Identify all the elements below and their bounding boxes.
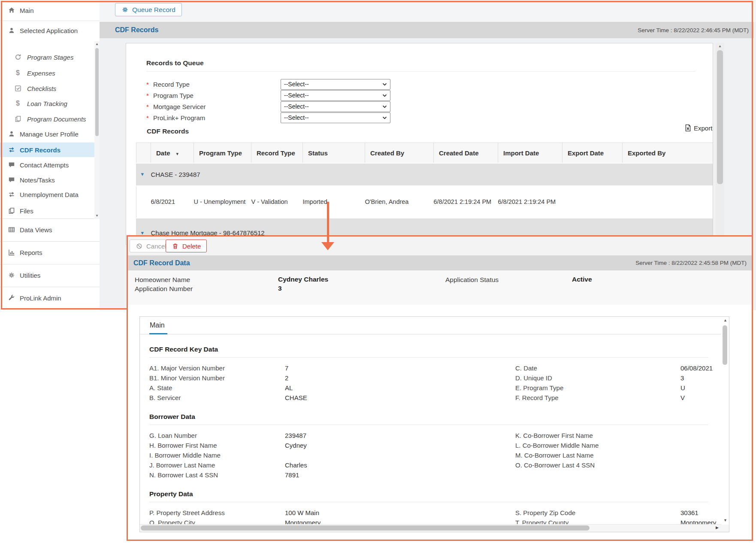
program-type-select[interactable]: --Select-- bbox=[281, 90, 390, 101]
scroll-right-icon[interactable]: ▶ bbox=[716, 526, 719, 530]
column-header-created-date[interactable]: Created Date bbox=[434, 143, 498, 164]
scroll-up-icon[interactable]: ▲ bbox=[718, 45, 722, 48]
column-header-import-date[interactable]: Import Date bbox=[498, 143, 562, 164]
cell-created-by: O'Brien, Andrea bbox=[365, 186, 434, 218]
sidebar-item-label: Unemployment Data bbox=[20, 191, 79, 198]
sidebar-item-program-documents[interactable]: Program Documents bbox=[0, 112, 109, 126]
sidebar-scrollbar-thumb[interactable] bbox=[95, 48, 99, 136]
detail-row: B1. Minor Version Number2 D. Unique ID3 bbox=[140, 373, 721, 383]
sidebar-item-cdf-records[interactable]: CDF Records bbox=[0, 143, 99, 157]
sidebar-item-label: Manage User Profile bbox=[20, 130, 79, 138]
form-row: * Program Type --Select-- bbox=[146, 90, 713, 101]
cell-status: Imported bbox=[303, 186, 365, 218]
tab-main[interactable]: Main bbox=[149, 322, 167, 334]
group-expander[interactable]: ▾ bbox=[136, 163, 151, 186]
field-label: Mortgage Servicer bbox=[153, 103, 281, 110]
detail-row: A. StateAL E. Program TypeU bbox=[140, 383, 721, 393]
chevron-down-icon bbox=[382, 105, 387, 108]
column-header-created-by[interactable]: Created By bbox=[365, 143, 434, 164]
column-header-program-type[interactable]: Program Type bbox=[194, 143, 251, 164]
content-scrollbar[interactable]: ▲ bbox=[716, 43, 724, 235]
sidebar-item-main[interactable]: Main bbox=[0, 3, 102, 18]
sidebar-item-label: Files bbox=[20, 207, 33, 215]
field-value: 7 bbox=[285, 364, 515, 372]
sidebar-item-reports[interactable]: Reports bbox=[0, 245, 102, 260]
cell-import-date: 6/8/2021 2:19:24 PM bbox=[498, 186, 562, 218]
sidebar-item-unemployment-data[interactable]: Unemployment Data bbox=[0, 187, 102, 202]
sidebar-item-selected-application[interactable]: Selected Application bbox=[0, 23, 102, 38]
content-scrollbar-thumb[interactable] bbox=[717, 50, 723, 184]
sidebar-item-checklists[interactable]: Checklists bbox=[0, 81, 109, 96]
sidebar-item-files[interactable]: Files bbox=[0, 203, 102, 218]
homeowner-name-value: Cydney Charles bbox=[278, 276, 328, 283]
expander-column-header bbox=[136, 143, 151, 164]
sidebar-item-loan-tracking[interactable]: $ Loan Tracking bbox=[0, 96, 109, 111]
select-value: --Select-- bbox=[284, 103, 309, 110]
delete-label: Delete bbox=[182, 243, 201, 250]
sidebar-item-manage-user-profile[interactable]: Manage User Profile bbox=[0, 127, 102, 141]
scroll-up-icon[interactable]: ▲ bbox=[723, 319, 727, 322]
field-label: G. Loan Number bbox=[149, 432, 285, 439]
table-row[interactable]: 6/8/2021 U - Unemployment V - Validation… bbox=[136, 186, 714, 218]
homeowner-name-label: Homeowner Name bbox=[135, 276, 190, 284]
user-icon bbox=[8, 27, 15, 34]
home-icon bbox=[8, 7, 15, 14]
server-time: Server Time : 8/22/2022 2:45:58 PM (MDT) bbox=[635, 260, 747, 266]
column-header-date[interactable]: Date▾ bbox=[151, 143, 194, 164]
scroll-down-icon[interactable]: ▼ bbox=[95, 214, 99, 218]
form-row: * ProLink+ Program --Select-- bbox=[146, 112, 713, 123]
field-label: Record Type bbox=[153, 81, 281, 88]
top-toolbar-strip bbox=[100, 0, 756, 22]
record-type-select[interactable]: --Select-- bbox=[281, 79, 390, 90]
required-asterisk: * bbox=[146, 81, 151, 88]
sidebar-item-notes-tasks[interactable]: Notes/Tasks bbox=[0, 173, 102, 187]
detail-row: B. ServicerCHASE F. Record TypeV bbox=[140, 393, 721, 403]
field-value: Charles bbox=[285, 461, 515, 469]
sidebar-item-prolink-admin[interactable]: ProLink Admin bbox=[0, 291, 102, 305]
chevron-down-icon bbox=[382, 116, 387, 119]
trash-icon bbox=[172, 243, 179, 250]
sidebar-item-utilities[interactable]: Utilities bbox=[0, 268, 102, 282]
export-button[interactable]: Export bbox=[684, 124, 712, 132]
detail-horizontal-scrollbar[interactable]: ▶ bbox=[140, 524, 721, 532]
column-header-record-type[interactable]: Record Type bbox=[251, 143, 303, 164]
field-value: Cydney bbox=[285, 442, 515, 449]
sidebar-item-label: Loan Tracking bbox=[27, 100, 67, 107]
detail-scrollbar-thumb[interactable] bbox=[723, 325, 727, 365]
table-header-row: Date▾ Program Type Record Type Status Cr… bbox=[136, 143, 714, 164]
sidebar-scrollbar[interactable]: ▲ ▼ bbox=[94, 41, 100, 219]
prolink-program-select[interactable]: --Select-- bbox=[281, 112, 390, 123]
sync-icon bbox=[14, 54, 21, 61]
sidebar-item-contact-attempts[interactable]: Contact Attempts bbox=[0, 158, 102, 172]
sidebar-item-expenses[interactable]: $ Expenses bbox=[0, 66, 109, 80]
queue-record-button[interactable]: Queue Record bbox=[115, 3, 182, 16]
field-value: AL bbox=[285, 384, 515, 391]
delete-button[interactable]: Delete bbox=[166, 240, 207, 252]
sidebar-item-label: CDF Records bbox=[20, 146, 60, 154]
field-label: N. Borrower Last 4 SSN bbox=[149, 471, 285, 479]
column-header-status[interactable]: Status bbox=[303, 143, 365, 164]
scroll-up-icon[interactable]: ▲ bbox=[95, 42, 99, 46]
documents-icon bbox=[14, 115, 21, 123]
records-to-queue-form: * Record Type --Select-- * Program Type … bbox=[146, 79, 713, 123]
sidebar-item-label: Selected Application bbox=[20, 27, 78, 34]
select-value: --Select-- bbox=[284, 92, 309, 99]
field-label: D. Unique ID bbox=[515, 374, 680, 382]
field-label: I. Borrower Middle Name bbox=[149, 452, 285, 459]
dollar-icon: $ bbox=[14, 100, 21, 107]
cdf-record-data-panel: Cancel Delete CDF Record Data Server Tim… bbox=[127, 235, 753, 541]
cell-date: 6/8/2021 bbox=[151, 186, 194, 218]
section-rows: G. Loan Number239487 K. Co-Borrower Firs… bbox=[140, 431, 721, 480]
cdf-records-header-bar: CDF Records Server Time : 8/22/2022 2:46… bbox=[100, 22, 754, 38]
column-header-exported-by[interactable]: Exported By bbox=[623, 143, 714, 164]
detail-horizontal-scrollbar-thumb[interactable] bbox=[141, 525, 590, 531]
application-number-value: 3 bbox=[278, 285, 282, 292]
exchange-icon bbox=[8, 191, 15, 198]
cdf-records-table: Date▾ Program Type Record Type Status Cr… bbox=[136, 143, 713, 245]
sidebar-item-data-views[interactable]: Data Views bbox=[0, 222, 102, 237]
column-header-export-date[interactable]: Export Date bbox=[562, 143, 623, 164]
sidebar-item-program-stages[interactable]: Program Stages bbox=[0, 50, 109, 64]
detail-row: Q. Property CityMontgomery T. Property C… bbox=[140, 518, 721, 525]
scroll-down-icon[interactable]: ▼ bbox=[723, 519, 727, 522]
mortgage-servicer-select[interactable]: --Select-- bbox=[281, 101, 390, 112]
